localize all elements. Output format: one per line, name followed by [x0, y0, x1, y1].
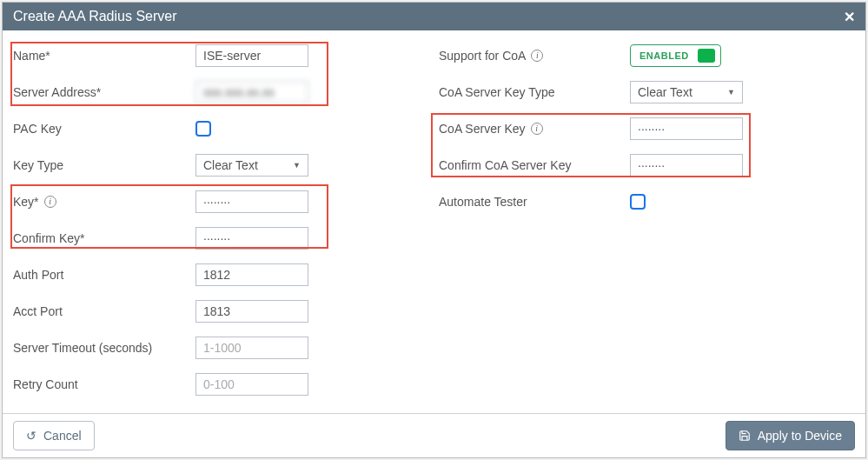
confirm-key-input[interactable]: [195, 227, 308, 250]
automate-tester-checkbox[interactable]: [630, 194, 646, 210]
server-address-input[interactable]: [195, 81, 308, 103]
close-icon[interactable]: ✕: [844, 9, 855, 25]
coa-support-label: Support for CoA i: [439, 49, 630, 63]
row-pac-key: PAC Key: [13, 117, 335, 140]
row-automate-tester: Automate Tester: [439, 190, 786, 213]
info-icon[interactable]: i: [531, 50, 543, 62]
row-server-timeout: Server Timeout (seconds): [13, 337, 335, 359]
row-confirm-coa-key: Confirm CoA Server Key: [439, 154, 786, 177]
coa-support-toggle[interactable]: ENABLED: [630, 44, 721, 67]
row-auth-port: Auth Port: [13, 263, 335, 286]
row-key-type: Key Type Clear Text ▼: [13, 154, 335, 177]
row-server-address: Server Address*: [13, 81, 335, 103]
retry-count-label: Retry Count: [13, 377, 195, 391]
save-icon: [739, 430, 751, 442]
row-key: Key* i: [13, 190, 335, 213]
coa-key-type-select[interactable]: Clear Text ▼: [630, 81, 743, 103]
confirm-key-label: Confirm Key*: [13, 231, 195, 245]
dialog-footer: ↺ Cancel Apply to Device: [3, 413, 865, 457]
key-label: Key* i: [13, 195, 195, 209]
coa-key-type-value: Clear Text: [638, 85, 692, 99]
server-timeout-input[interactable]: [195, 337, 308, 359]
key-input[interactable]: [195, 190, 308, 213]
row-acct-port: Acct Port: [13, 300, 335, 323]
key-type-value: Clear Text: [203, 158, 258, 172]
undo-icon: ↺: [26, 429, 36, 443]
retry-count-input[interactable]: [195, 373, 308, 396]
auth-port-input[interactable]: [195, 263, 308, 286]
modal-dialog: Create AAA Radius Server ✕ Name* Server …: [2, 2, 866, 458]
row-coa-key-type: CoA Server Key Type Clear Text ▼: [439, 81, 786, 103]
name-input[interactable]: [195, 44, 308, 67]
cancel-button[interactable]: ↺ Cancel: [13, 421, 95, 450]
dialog-content: Name* Server Address* PAC Key Key Type C…: [3, 30, 865, 413]
apply-button[interactable]: Apply to Device: [726, 421, 855, 450]
apply-label: Apply to Device: [758, 429, 842, 443]
auth-port-label: Auth Port: [13, 268, 195, 282]
pac-key-checkbox[interactable]: [195, 121, 211, 137]
confirm-coa-key-label: Confirm CoA Server Key: [439, 158, 630, 172]
titlebar: Create AAA Radius Server ✕: [3, 3, 865, 30]
server-timeout-label: Server Timeout (seconds): [13, 341, 195, 355]
server-address-label: Server Address*: [13, 85, 195, 99]
enabled-text: ENABLED: [639, 50, 689, 61]
left-column: Name* Server Address* PAC Key Key Type C…: [13, 44, 335, 406]
right-column: Support for CoA i ENABLED CoA Server Key…: [439, 44, 786, 406]
name-label: Name*: [13, 49, 195, 63]
key-type-select[interactable]: Clear Text ▼: [195, 154, 308, 177]
pac-key-label: PAC Key: [13, 122, 195, 136]
row-confirm-key: Confirm Key*: [13, 227, 335, 250]
row-coa-support: Support for CoA i ENABLED: [439, 44, 786, 67]
row-coa-key: CoA Server Key i: [439, 117, 786, 140]
confirm-coa-key-input[interactable]: [630, 154, 743, 177]
info-icon[interactable]: i: [44, 196, 56, 208]
key-type-label: Key Type: [13, 158, 195, 172]
cancel-label: Cancel: [43, 429, 82, 443]
automate-tester-label: Automate Tester: [439, 195, 630, 209]
row-name: Name*: [13, 44, 335, 67]
acct-port-label: Acct Port: [13, 304, 195, 318]
toggle-on-icon: [698, 49, 715, 63]
acct-port-input[interactable]: [195, 300, 308, 323]
chevron-down-icon: ▼: [727, 88, 735, 97]
coa-key-input[interactable]: [630, 117, 743, 140]
chevron-down-icon: ▼: [293, 161, 301, 170]
dialog-title: Create AAA Radius Server: [13, 9, 177, 24]
info-icon[interactable]: i: [531, 123, 543, 135]
coa-key-type-label: CoA Server Key Type: [439, 85, 630, 99]
row-retry-count: Retry Count: [13, 373, 335, 396]
coa-key-label: CoA Server Key i: [439, 122, 630, 136]
